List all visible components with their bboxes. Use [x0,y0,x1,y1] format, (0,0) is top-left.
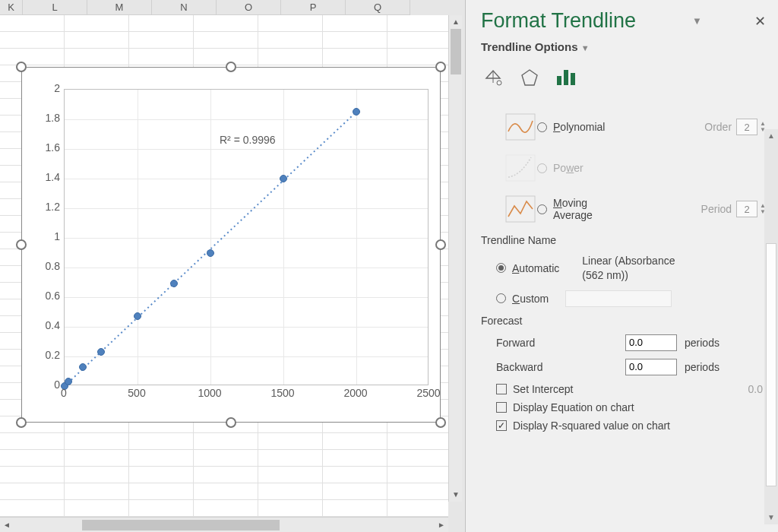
horizontal-scrollbar[interactable]: ◄ ► [0,517,448,532]
polynomial-label[interactable]: Polynomial [553,121,605,133]
resize-handle[interactable] [16,62,27,72]
y-tick-label: 2 [22,82,60,94]
pane-scrollbar[interactable]: ▲ ▼ [764,129,778,524]
power-radio [537,163,547,173]
x-tick-label: 2000 [333,387,378,399]
data-point[interactable] [79,363,87,371]
svg-rect-3 [557,76,561,85]
data-point[interactable] [170,280,178,287]
scroll-up-arrow[interactable]: ▲ [449,15,463,29]
fill-and-line-icon[interactable] [481,67,505,88]
forward-unit: periods [685,337,719,349]
power-label: Power [553,162,584,174]
col-header[interactable]: L [23,0,87,15]
svg-rect-8 [506,196,535,222]
chart-object[interactable]: R² = 0.9996 00.20.40.60.811.21.41.61.820… [21,67,441,423]
y-tick-label: 1 [22,230,60,242]
display-r2-checkbox[interactable]: ✓ [496,420,507,431]
col-header[interactable]: K [0,0,23,15]
vertical-scrollbar[interactable]: ▲ ▼ [448,15,462,502]
polynomial-radio[interactable] [537,122,547,132]
resize-handle[interactable] [435,62,446,72]
close-icon[interactable]: ✕ [751,13,769,30]
x-tick-label: 1500 [260,387,305,399]
y-tick-label: 1.2 [22,201,60,213]
polynomial-icon [504,112,537,142]
y-tick-label: 0.4 [22,319,60,331]
y-tick-label: 1.6 [22,141,60,154]
moving-average-label[interactable]: MovingAverage [553,197,593,221]
y-tick-label: 1.8 [22,112,60,124]
custom-name-input[interactable] [565,290,672,307]
scroll-right-arrow[interactable]: ► [435,518,448,532]
data-point[interactable] [97,348,105,356]
col-header[interactable]: M [87,0,152,15]
period-input[interactable] [736,201,757,217]
automatic-name-value: Linear (Absorbance (562 nm)) [582,254,696,283]
data-point[interactable] [353,108,360,116]
x-tick-label: 0 [41,387,87,399]
svg-point-1 [497,81,501,85]
set-intercept-value: 0.0 [748,383,763,395]
y-tick-label: 0.2 [22,349,60,361]
moving-average-radio[interactable] [537,204,547,214]
order-input[interactable] [736,119,757,135]
data-point[interactable] [65,378,72,385]
order-spinner[interactable]: ▲▼ [736,119,766,135]
set-intercept-label[interactable]: Set Intercept [513,383,573,395]
custom-name-radio[interactable] [496,293,506,303]
forward-input[interactable] [625,334,677,351]
resize-handle[interactable] [226,417,236,428]
trendline-options-icon[interactable] [554,67,578,88]
resize-handle[interactable] [435,417,446,428]
data-point[interactable] [134,312,141,320]
scroll-thumb[interactable] [766,243,776,486]
resize-handle[interactable] [16,417,27,428]
display-equation-checkbox[interactable] [496,402,507,413]
pane-title: Format Trendline [481,9,636,33]
x-tick-label: 1000 [187,387,232,399]
y-tick-label: 1.4 [22,171,60,183]
resize-handle[interactable] [226,62,236,72]
effects-icon[interactable] [517,67,542,88]
backward-input[interactable] [625,359,677,375]
column-headers: K L M N O P Q [0,0,448,15]
trendline-options-dropdown[interactable]: Trendline Options [481,40,578,53]
col-header[interactable]: Q [346,0,410,15]
display-equation-label[interactable]: Display Equation on chart [513,401,634,413]
scroll-left-arrow[interactable]: ◄ [0,518,14,532]
scroll-down-arrow[interactable]: ▼ [764,511,778,524]
format-trendline-pane: Format Trendline ▼ ✕ Trendline Options ▼… [465,0,778,532]
scroll-down-arrow[interactable]: ▼ [449,488,463,502]
forecast-header: Forecast [481,315,778,327]
chevron-down-icon[interactable]: ▼ [581,43,590,52]
display-r2-label[interactable]: Display R-squared value on chart [513,420,670,432]
data-point[interactable] [207,249,214,257]
scroll-thumb[interactable] [82,520,280,530]
scroll-up-arrow[interactable]: ▲ [764,129,778,143]
scroll-thumb[interactable] [451,29,461,74]
svg-rect-4 [564,70,568,85]
x-tick-label: 2500 [406,387,451,399]
automatic-name-radio[interactable] [496,263,506,273]
pane-title-dropdown-icon[interactable]: ▼ [692,15,702,27]
set-intercept-checkbox[interactable] [496,384,507,394]
backward-unit: periods [685,361,719,373]
y-tick-label: 0.8 [22,260,60,272]
forward-label: Forward [496,337,625,349]
automatic-name-label[interactable]: Automatic [512,262,559,274]
col-header[interactable]: O [217,0,281,15]
backward-label: Backward [496,361,625,373]
svg-marker-2 [522,70,537,85]
r-squared-label: R² = 0.9996 [220,134,276,146]
data-point[interactable] [280,175,287,182]
spreadsheet-area: K L M N O P Q ▲ ▼ ◄ ► R² = 0.9996 00.20.… [0,0,465,532]
moving-average-icon [504,194,537,224]
resize-handle[interactable] [435,239,446,250]
svg-rect-7 [506,155,535,181]
col-header[interactable]: P [281,0,346,15]
custom-name-label[interactable]: Custom [512,293,549,305]
col-header[interactable]: N [152,0,217,15]
period-spinner[interactable]: ▲▼ [736,201,766,217]
period-label: Period [701,203,732,215]
